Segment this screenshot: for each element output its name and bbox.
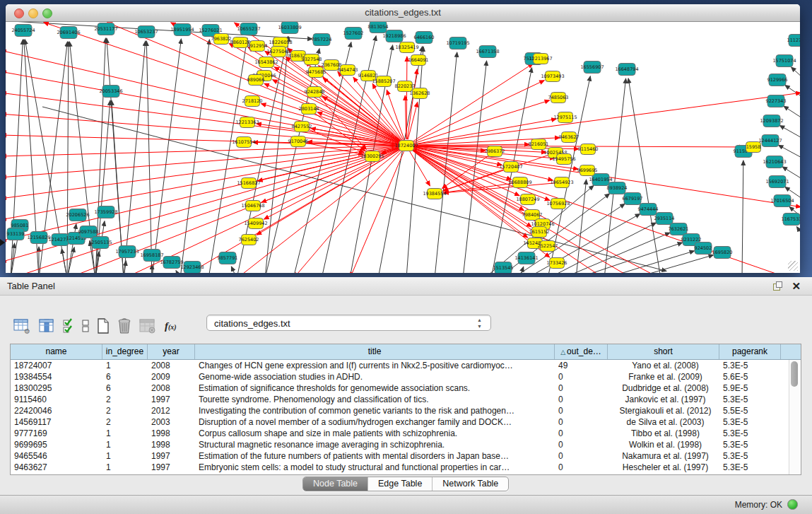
- column-header-out_de[interactable]: △out_de…: [555, 344, 608, 359]
- network-node-label: 924502: [695, 245, 712, 251]
- table-row[interactable]: 1830029562008Estimation of significance …: [11, 382, 801, 394]
- network-node-label: 8454743: [338, 67, 358, 73]
- cell-short: Franke et al. (2009): [608, 371, 719, 382]
- network-canvas-svg[interactable]: 2405572420691406205311771065323718951954…: [6, 22, 800, 273]
- network-window-titlebar[interactable]: citations_edges.txt: [6, 4, 800, 22]
- network-edge: [67, 224, 76, 273]
- cell-short: Nakamura et al. (1997): [608, 450, 719, 462]
- network-node-label: 16210643: [763, 159, 786, 165]
- table-panel: Table Panel ✕ ⚙ f(x) citations_edges.txt…: [0, 277, 812, 495]
- cell-name: 9463627: [11, 462, 102, 473]
- table-row[interactable]: 946554611997Estimation of the future num…: [11, 450, 801, 462]
- network-edge: [784, 106, 800, 119]
- network-edge: [67, 247, 74, 273]
- cell-out_de: 0: [555, 450, 608, 462]
- new-file-icon[interactable]: [96, 317, 110, 334]
- network-node-label: 12093872: [760, 118, 783, 124]
- tab-edge-table[interactable]: Edge Table: [368, 477, 433, 491]
- table-row[interactable]: 969969511998Structural magnetic resonanc…: [11, 439, 801, 450]
- network-node-label: 2935114: [654, 216, 675, 221]
- cell-year: 2009: [148, 371, 195, 382]
- cell-title: Genome-wide association studies in ADHD.: [195, 371, 555, 382]
- table-row[interactable]: 946362711997Embryonic stem cells: a mode…: [11, 462, 801, 473]
- tab-node-table[interactable]: Node Table: [303, 477, 368, 491]
- column-header-pagerank[interactable]: pagerank: [719, 344, 781, 359]
- network-node-label: 7963822: [211, 36, 232, 42]
- network-node-label: 16033809: [278, 25, 301, 30]
- cell-pagerank: 5.3E-5: [719, 439, 781, 450]
- cell-short: de Silva et al. (2003): [608, 416, 719, 428]
- table-row[interactable]: 1938455462009Genome-wide association stu…: [11, 371, 801, 382]
- node-table: namein_degreeyeartitle△out_de…shortpager…: [10, 344, 801, 475]
- column-header-year[interactable]: year: [148, 344, 195, 359]
- network-node-label: 16275048: [266, 49, 290, 54]
- network-node-label: 16556907: [580, 64, 604, 70]
- network-node-label: 1527602: [343, 30, 364, 36]
- network-node-label: 2522547: [538, 243, 558, 249]
- function-builder-icon[interactable]: f(x): [163, 320, 178, 332]
- network-edge: [231, 267, 237, 273]
- network-canvas[interactable]: 2405572420691406205311771065323718951954…: [6, 22, 800, 273]
- cell-title: Changes of HCN gene expression and I(f) …: [195, 360, 555, 371]
- scrollbar-thumb[interactable]: [791, 361, 798, 387]
- delete-icon[interactable]: [117, 317, 132, 334]
- network-node-label: 15692071: [765, 179, 789, 185]
- network-node-label: 989066: [247, 77, 265, 83]
- show-columns-icon[interactable]: [37, 317, 56, 334]
- network-node-label: 20531177: [94, 26, 117, 32]
- cell-out_de: 49: [555, 360, 608, 371]
- sort-ascending-icon: △: [560, 349, 565, 356]
- network-node-label: 10120746: [531, 221, 554, 227]
- cell-title: Investigating the contribution of common…: [195, 405, 555, 416]
- network-edge: [351, 151, 404, 273]
- table-row[interactable]: 977716911998Corpus callosum shape and si…: [11, 428, 801, 439]
- table-header-row: namein_degreeyeartitle△out_de…shortpager…: [11, 344, 801, 360]
- network-node-label: 18724007: [394, 143, 418, 148]
- network-node-label: 12156829: [27, 235, 50, 240]
- column-header-in_degree[interactable]: in_degree: [102, 344, 148, 359]
- network-node-label: 8912954: [247, 43, 268, 49]
- window-resize-grip[interactable]: [788, 261, 798, 271]
- network-nodes: 2405572420691406205311771065323718951954…: [7, 22, 800, 273]
- network-node-label: 9475685: [306, 69, 326, 75]
- table-settings-icon[interactable]: ⚙: [13, 317, 31, 334]
- cell-pagerank: 5.3E-5: [719, 462, 781, 473]
- network-node-label: 9327548: [302, 57, 322, 62]
- cell-year: 1997: [148, 450, 195, 462]
- cytoscape-desktop: citations_edges.txt 24055724206914062053…: [0, 0, 812, 277]
- table-row[interactable]: 1456911722003Disruption of a novel membe…: [11, 416, 801, 428]
- cell-pagerank: 5.3E-5: [719, 360, 781, 371]
- network-node-label: 9227343: [766, 98, 787, 104]
- column-header-short[interactable]: short: [608, 344, 719, 359]
- network-node-label: 18226058: [269, 40, 292, 45]
- network-edge: [435, 52, 457, 273]
- column-header-title[interactable]: title: [195, 344, 555, 359]
- network-node-label: 10756928: [546, 201, 570, 206]
- vertical-scrollbar[interactable]: [789, 360, 800, 474]
- float-panel-icon[interactable]: [773, 281, 782, 291]
- network-node-label: 18951954: [170, 27, 194, 33]
- network-node-label: 1695820: [712, 250, 733, 255]
- network-node-label: 19218986: [382, 33, 406, 39]
- select-columns-icon[interactable]: [62, 317, 75, 334]
- table-row[interactable]: 911546021997Tourette syndrome. Phenomeno…: [11, 394, 801, 405]
- network-node-label: 15885207: [372, 78, 395, 84]
- cell-short: Wolkin et al. (1998): [608, 439, 719, 450]
- network-node-label: 9146821: [358, 73, 379, 78]
- network-node-label: 15276021: [199, 28, 222, 33]
- cell-year: 1998: [148, 428, 195, 439]
- table-row[interactable]: 2242004622012Investigating the contribut…: [11, 405, 801, 416]
- close-panel-icon[interactable]: ✕: [792, 280, 801, 292]
- network-node-label: 8220237: [395, 83, 416, 89]
- network-node-label: 9474444: [638, 206, 659, 212]
- cell-pagerank: 5.3E-5: [719, 394, 781, 405]
- table-row[interactable]: 1872400712008Changes of HCN gene express…: [11, 360, 801, 371]
- cell-year: 2008: [148, 382, 195, 394]
- column-header-name[interactable]: name: [11, 344, 102, 359]
- cell-pagerank: 5.6E-5: [719, 371, 781, 382]
- rows-icon[interactable]: [81, 317, 90, 334]
- network-view-window[interactable]: citations_edges.txt 24055724206914062053…: [6, 4, 800, 273]
- table-chooser-dropdown[interactable]: citations_edges.txt ▲▼: [206, 315, 491, 331]
- network-edge: [412, 81, 544, 144]
- tab-network-table[interactable]: Network Table: [433, 477, 508, 491]
